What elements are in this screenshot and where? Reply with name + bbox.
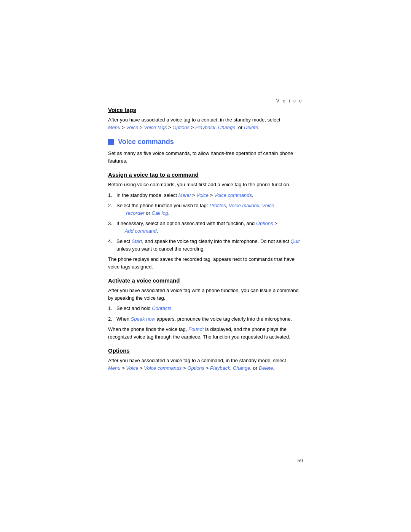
change-link-voice-tags[interactable]: Change [218, 125, 236, 130]
step4-start-link[interactable]: Start [132, 238, 142, 244]
step4-quit-link[interactable]: Quit [290, 238, 299, 244]
activate-section: Activate a voice command After you have … [108, 277, 303, 340]
step-number-2: 2. [108, 202, 114, 217]
step-4-text: Select Start, and speak the voice tag cl… [116, 238, 303, 252]
options-voice-commands-link[interactable]: Voice commands [144, 365, 182, 371]
activate-step-1-text: Select and hold Contacts. [116, 305, 173, 312]
activate-speak-now-link[interactable]: Speak now [131, 316, 155, 322]
assign-title: Assign a voice tag to a command [108, 171, 303, 178]
activate-step-number-1: 1. [108, 305, 114, 312]
options-voice-link[interactable]: Voice [126, 365, 138, 371]
page-number: 59 [298, 458, 303, 463]
options-title: Options [108, 347, 303, 354]
options-menu-link[interactable]: Menu [108, 365, 121, 371]
activate-step-1: 1. Select and hold Contacts. [108, 305, 303, 312]
assign-steps-list: 1. In the standby mode, select Menu > Vo… [108, 192, 303, 253]
voice-commands-body: Set as many as five voice commands, to a… [108, 150, 303, 165]
voice-tags-title: Voice tags [108, 107, 303, 113]
activate-title: Activate a voice command [108, 277, 303, 284]
activate-step-number-2: 2. [108, 315, 114, 323]
assign-intro: Before using voice commands, you must fi… [108, 181, 303, 189]
activate-step-2-text: When Speak now appears, pronounce the vo… [116, 315, 292, 323]
blue-square-icon [108, 139, 114, 145]
step-3-text: If necessary, select an option associate… [116, 220, 277, 235]
activate-step-2: 2. When Speak now appears, pronounce the… [108, 315, 303, 323]
step2-profiles-link[interactable]: Profiles [209, 203, 226, 208]
options-options-link[interactable]: Options [187, 365, 204, 371]
voice-tags-body: After you have associated a voice tag to… [108, 116, 303, 131]
assign-step-2: 2. Select the phone function you wish to… [108, 202, 303, 217]
assign-note: The phone replays and saves the recorded… [108, 256, 303, 270]
step1-menu-link[interactable]: Menu [178, 192, 191, 198]
assign-step-1: 1. In the standby mode, select Menu > Vo… [108, 192, 303, 199]
delete-link-voice-tags[interactable]: Delete [244, 125, 258, 130]
voice-link-voice-tags[interactable]: Voice [126, 125, 138, 130]
voice-tags-link[interactable]: Voice tags [144, 125, 167, 130]
content-area: Voice tags After you have associated a v… [108, 107, 303, 374]
page-container: V o i c e Voice tags After you have asso… [0, 0, 411, 532]
header-label: V o i c e [276, 98, 303, 104]
step3-add-command-link[interactable]: Add command [125, 228, 157, 234]
options-link-voice-tags[interactable]: Options [172, 125, 190, 130]
step-number-1: 1. [108, 192, 114, 199]
options-change-link[interactable]: Change [233, 365, 250, 371]
step1-voice-link[interactable]: Voice [196, 192, 209, 198]
step-1-text: In the standby mode, select Menu > Voice… [116, 192, 253, 199]
assign-section: Assign a voice tag to a command Before u… [108, 171, 303, 270]
step-number-3: 3. [108, 220, 114, 235]
options-section: Options After you have associated a voic… [108, 347, 303, 372]
voice-commands-section-header: Voice commands [108, 138, 303, 146]
menu-link-voice-tags[interactable]: Menu [108, 125, 121, 130]
options-playback-link[interactable]: Playback [210, 365, 230, 371]
step-2-text: Select the phone function you wish to ta… [116, 202, 274, 217]
step-number-4: 4. [108, 238, 114, 252]
options-delete-link[interactable]: Delete [259, 365, 273, 371]
activate-intro: After you have associated a voice tag wi… [108, 287, 303, 302]
voice-tags-section: Voice tags After you have associated a v… [108, 107, 303, 131]
options-body: After you have associated a voice tag to… [108, 357, 303, 372]
found-link[interactable]: Found: [188, 326, 204, 332]
step1-voice-commands-link[interactable]: Voice commands [214, 192, 252, 198]
step2-voice-mailbox-link[interactable]: Voice mailbox [229, 203, 259, 208]
activate-contacts-link[interactable]: Contacts [152, 305, 171, 311]
activate-steps-list: 1. Select and hold Contacts. 2. When Spe… [108, 305, 303, 323]
step3-options-link[interactable]: Options [256, 220, 273, 226]
assign-step-3: 3. If necessary, select an option associ… [108, 220, 303, 235]
step2-call-log-link[interactable]: Call log [152, 210, 168, 216]
playback-link-voice-tags[interactable]: Playback [195, 125, 215, 130]
activate-note: When the phone finds the voice tag, Foun… [108, 326, 303, 340]
voice-commands-title: Voice commands [118, 138, 174, 146]
assign-step-4: 4. Select Start, and speak the voice tag… [108, 238, 303, 252]
